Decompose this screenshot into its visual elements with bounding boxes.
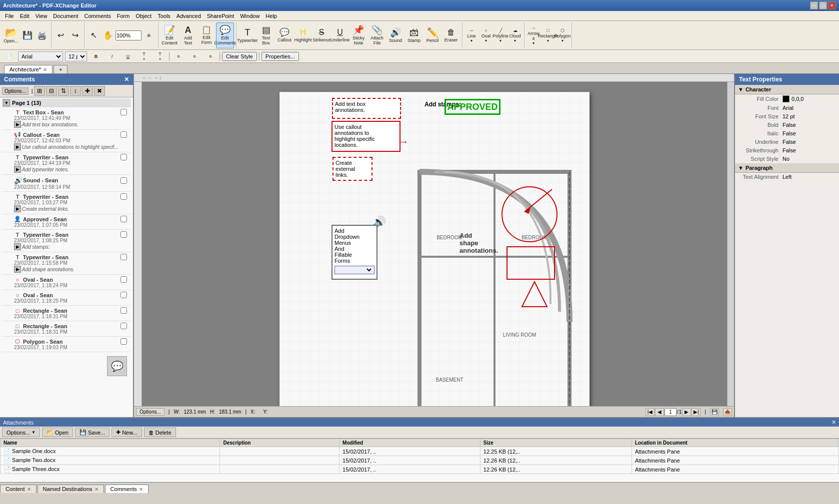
menu-object[interactable]: Object bbox=[132, 12, 154, 20]
polyline-button[interactable]: ╱ Polyline ▼ bbox=[494, 22, 508, 48]
fill-color-swatch[interactable] bbox=[782, 95, 790, 102]
comment-checkbox-8[interactable] bbox=[120, 254, 127, 260]
paragraph-section-header[interactable]: ▼ Paragraph bbox=[735, 163, 839, 173]
underline-format-button[interactable]: U bbox=[121, 43, 135, 69]
menu-tools[interactable]: Tools bbox=[154, 12, 174, 20]
tab-add[interactable]: + bbox=[54, 65, 68, 73]
oval-button[interactable]: ○ Oval ▼ bbox=[479, 22, 493, 48]
comment-callout-1[interactable]: 📢 Callout - Sean 23/02/2017, 12:42:03 PM… bbox=[2, 130, 131, 152]
align-center-button[interactable]: ≡ bbox=[188, 43, 202, 69]
next-page-button[interactable]: ▶ bbox=[682, 408, 691, 416]
comment-oval-1[interactable]: ○ Oval - Sean 23/02/2017, 1:18:24 PM bbox=[2, 275, 131, 290]
undo-button[interactable]: ↩ bbox=[54, 22, 68, 48]
font-size-select[interactable]: 12 pt bbox=[65, 51, 87, 61]
comment-typewriter-2[interactable]: T Typewriter - Sean 23/02/2017, 1:03:27 … bbox=[2, 192, 131, 214]
bottom-tab-comments[interactable]: Comments ✕ bbox=[105, 485, 148, 493]
att-save-button[interactable]: 💾 Save... bbox=[75, 428, 110, 437]
delete-comment-button[interactable]: ✖ bbox=[94, 86, 105, 96]
comment-expand-3[interactable]: ▶ bbox=[14, 166, 21, 173]
superscript-button[interactable]: Tx bbox=[137, 43, 151, 69]
menu-document[interactable]: Document bbox=[50, 12, 81, 20]
bottom-tab-comments-close[interactable]: ✕ bbox=[139, 487, 143, 492]
rectangle-button[interactable]: □ Rectangle ▼ bbox=[541, 22, 555, 48]
menu-view[interactable]: View bbox=[32, 12, 50, 20]
comment-checkbox-12[interactable] bbox=[120, 323, 127, 329]
redo-button[interactable]: ↪ bbox=[68, 22, 82, 48]
menu-file[interactable]: File bbox=[2, 12, 17, 20]
page-expand-button[interactable]: ▼ bbox=[3, 99, 10, 106]
underline-button[interactable]: U Underline bbox=[331, 22, 349, 48]
share-button[interactable]: 📤 bbox=[723, 408, 732, 416]
comment-checkbox-11[interactable] bbox=[120, 307, 127, 314]
vertical-scrollbar[interactable] bbox=[727, 82, 734, 406]
first-page-button[interactable]: |◀ bbox=[646, 408, 654, 416]
callout-annotation[interactable]: Use calloutannotations tohighlight speci… bbox=[332, 121, 400, 152]
comment-polygon-1[interactable]: ⬡ Polygon - Sean 23/02/2017, 1:19:03 PM bbox=[2, 337, 131, 352]
maximize-button[interactable]: □ bbox=[819, 1, 827, 9]
pencil-button[interactable]: ✏️ Pencil bbox=[424, 22, 442, 48]
att-delete-button[interactable]: 🗑 Delete bbox=[144, 428, 176, 437]
att-open-button[interactable]: 📂 Open bbox=[42, 428, 73, 437]
canvas-scroll[interactable]: BEDROOM BEDROOM LIVING ROOM BASEMENT bbox=[142, 82, 727, 406]
subscript-button[interactable]: Tx bbox=[153, 43, 167, 69]
sort-button[interactable]: ↕ bbox=[70, 86, 81, 96]
attachfile-button[interactable]: 📎 AttachFile bbox=[368, 22, 386, 48]
align-right-button[interactable]: ≡ bbox=[204, 43, 218, 69]
dropdown-select-area[interactable] bbox=[334, 266, 374, 274]
highlight-button[interactable]: H Highlight bbox=[294, 22, 312, 48]
comment-rectangle-1[interactable]: □ Rectangle - Sean 23/02/2017, 1:18:31 P… bbox=[2, 306, 131, 321]
callout-button[interactable]: 💬 Callout bbox=[276, 22, 294, 48]
bottom-tab-destinations-close[interactable]: ✕ bbox=[94, 487, 98, 492]
menu-sharepoint[interactable]: SharePoint bbox=[204, 12, 237, 20]
comment-expand-1[interactable]: ▶ bbox=[14, 121, 21, 128]
comment-checkbox-13[interactable] bbox=[120, 338, 127, 345]
menu-edit[interactable]: Edit bbox=[17, 12, 32, 20]
attachment-row-1[interactable]: 📄 Sample One.docx 15/02/2017, .. 12.25 K… bbox=[0, 447, 839, 456]
stamp-button[interactable]: 🖄 Stamp bbox=[405, 22, 423, 48]
strikeout-button[interactable]: S Strikeout bbox=[312, 22, 330, 48]
menu-help[interactable]: Help bbox=[262, 12, 280, 20]
comment-checkbox-10[interactable] bbox=[120, 292, 127, 298]
comment-typewriter-3[interactable]: T Typewriter - Sean 23/02/2017, 1:08:25 … bbox=[2, 230, 131, 252]
bottom-tab-destinations[interactable]: Named Destinations ✕ bbox=[38, 485, 104, 493]
page-number-input[interactable] bbox=[664, 408, 676, 416]
collapse-all-button[interactable]: ⊟ bbox=[46, 86, 57, 96]
prev-page-button[interactable]: ◀ bbox=[655, 408, 664, 416]
cloud-button[interactable]: ☁ Cloud ▼ bbox=[508, 22, 522, 48]
menu-comments[interactable]: Comments bbox=[82, 12, 114, 20]
comment-oval-2[interactable]: ○ Oval - Sean 23/02/2017, 1:18:25 PM bbox=[2, 290, 131, 306]
clear-style-button[interactable]: Clear Style bbox=[222, 52, 257, 61]
form-dropdown[interactable] bbox=[336, 267, 373, 273]
eraser-button[interactable]: 🗑 Eraser bbox=[442, 22, 460, 48]
edit-comments-button[interactable]: 💬 EditComments bbox=[216, 22, 234, 48]
comment-checkbox-2[interactable] bbox=[120, 131, 127, 138]
comment-typewriter-1[interactable]: T Typewriter - Sean 23/02/2017, 12:44:19… bbox=[2, 152, 131, 175]
textbox-annotation[interactable]: Add text boxannotations. bbox=[332, 98, 401, 119]
polygon-button[interactable]: ⬡ Polygon ▼ bbox=[556, 22, 570, 48]
comment-expand-7[interactable]: ▶ bbox=[14, 243, 21, 250]
font-select[interactable]: Arial bbox=[18, 51, 63, 61]
options-button[interactable]: Options... bbox=[136, 408, 164, 416]
attachment-row-2[interactable]: 📄 Sample Two.docx 15/02/2017, .. 12.26 K… bbox=[0, 456, 839, 465]
att-options-button[interactable]: Options... ▼ bbox=[2, 428, 40, 437]
comment-sound-1[interactable]: 🔊 Sound - Sean 23/02/2017, 12:58:14 PM bbox=[2, 175, 131, 192]
attachment-row-3[interactable]: 📄 Sample Three.docx 15/02/2017, .. 12.26… bbox=[0, 465, 839, 474]
properties-button[interactable]: Properties... bbox=[262, 52, 299, 61]
minimize-button[interactable]: ─ bbox=[810, 1, 818, 9]
line-button[interactable]: ─ Line ▼ bbox=[464, 22, 478, 48]
align-left-button[interactable]: ≡ bbox=[172, 43, 186, 69]
new-comment-button[interactable]: ✚ bbox=[82, 86, 93, 96]
comment-checkbox-5[interactable] bbox=[120, 193, 127, 200]
comment-checkbox-6[interactable] bbox=[120, 216, 127, 222]
att-new-button[interactable]: ✚ New... bbox=[112, 428, 142, 437]
sound-button[interactable]: 🔊 Sound bbox=[386, 22, 404, 48]
expand-all-button[interactable]: ⊞ bbox=[34, 86, 45, 96]
print-button[interactable]: 🖨️ bbox=[35, 22, 49, 48]
stickynote-button[interactable]: 📌 StickyNote bbox=[350, 22, 368, 48]
character-section-header[interactable]: ▼ Character bbox=[735, 85, 839, 94]
comment-expand-2[interactable]: ▶ bbox=[14, 143, 21, 150]
comment-approved-1[interactable]: 👤 Approved - Sean 23/02/2017, 1:07:05 PM bbox=[2, 214, 131, 230]
comment-checkbox-4[interactable] bbox=[120, 177, 127, 184]
comments-options-button[interactable]: Options... bbox=[2, 87, 28, 95]
typewriter-annotation[interactable]: Createexternallinks. bbox=[332, 157, 372, 181]
